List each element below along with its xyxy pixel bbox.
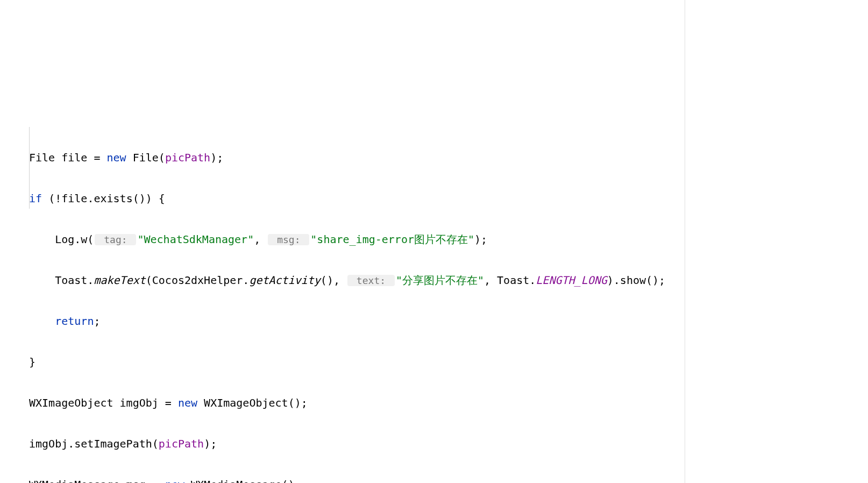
keyword-new: new xyxy=(165,478,184,483)
keyword-new: new xyxy=(107,151,126,164)
code-text: WXImageObject(); xyxy=(197,396,308,409)
code-line[interactable]: if (!file.exists()) { xyxy=(0,188,868,209)
code-text: WXMediaMessage msg = xyxy=(29,478,165,483)
keyword-if: if xyxy=(29,192,42,205)
keyword-new: new xyxy=(178,396,197,409)
code-line[interactable]: Toast.makeText(Cocos2dxHelper.getActivit… xyxy=(0,270,868,290)
code-text: File file = xyxy=(29,151,107,164)
code-text: ); xyxy=(210,151,223,164)
code-text xyxy=(29,315,55,328)
code-line[interactable]: } xyxy=(0,352,868,372)
code-line[interactable]: return; xyxy=(0,311,868,331)
code-line[interactable]: File file = new File(picPath); xyxy=(0,147,868,168)
code-text: ; xyxy=(94,315,100,328)
code-editor[interactable]: File file = new File(picPath); if (!file… xyxy=(0,86,868,483)
string-literal: "WechatSdkManager" xyxy=(137,233,254,246)
string-literal: "分享图片不存在" xyxy=(396,274,484,287)
param-hint-tag: tag: xyxy=(95,234,136,245)
static-method: getActivity xyxy=(249,274,320,287)
param-hint-msg: msg: xyxy=(268,234,309,245)
code-text: ).show(); xyxy=(607,274,665,287)
code-text: Toast. xyxy=(29,274,94,287)
code-text: , Toast. xyxy=(484,274,536,287)
static-field: LENGTH_LONG xyxy=(536,274,607,287)
code-text: (), xyxy=(321,274,346,287)
param-hint-text: text: xyxy=(347,275,395,286)
code-line[interactable]: imgObj.setImagePath(picPath); xyxy=(0,434,868,454)
code-text: , xyxy=(254,233,267,246)
code-text: (!file.exists()) { xyxy=(42,192,165,205)
field-picPath: picPath xyxy=(159,437,204,450)
code-text: imgObj.setImagePath( xyxy=(29,437,159,450)
keyword-return: return xyxy=(55,315,94,328)
code-text: ); xyxy=(474,233,487,246)
code-text: WXImageObject imgObj = xyxy=(29,396,178,409)
code-text: } xyxy=(29,356,35,368)
code-text: Log.w( xyxy=(29,233,94,246)
code-line[interactable]: Log.w( tag: "WechatSdkManager", msg: "sh… xyxy=(0,229,868,250)
code-text: (Cocos2dxHelper. xyxy=(146,274,250,287)
code-line[interactable]: WXImageObject imgObj = new WXImageObject… xyxy=(0,393,868,413)
code-text: File( xyxy=(126,151,165,164)
code-text: ); xyxy=(204,437,217,450)
field-picPath: picPath xyxy=(165,151,210,164)
string-literal: "share_img-error图片不存在" xyxy=(310,233,474,246)
code-text: WXMediaMessage(); xyxy=(184,478,301,483)
code-line[interactable]: WXMediaMessage msg = new WXMediaMessage(… xyxy=(0,474,868,483)
static-method: makeText xyxy=(94,274,145,287)
